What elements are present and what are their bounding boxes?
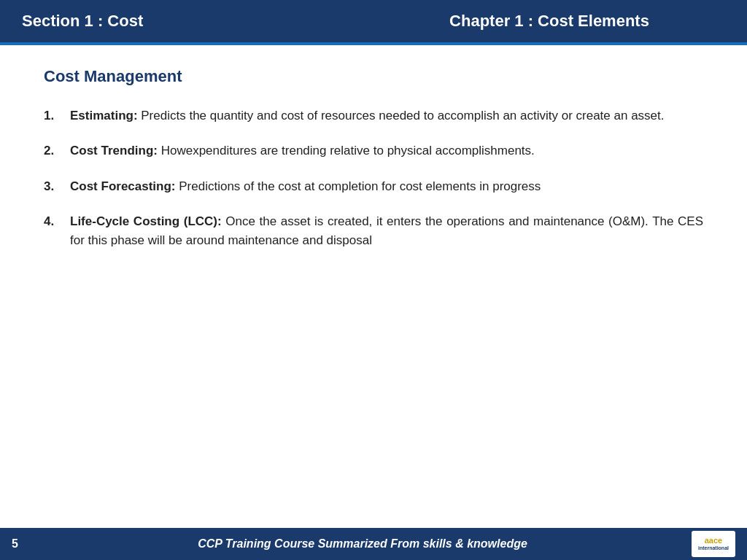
item-label: Estimating: <box>70 109 138 122</box>
header-section: Section 1 : Cost <box>22 12 374 31</box>
item-body: Predicts the quantity and cost of resour… <box>138 109 665 122</box>
footer-page-number: 5 <box>12 537 34 551</box>
item-body: Howexpenditures are trending relative to… <box>158 144 535 158</box>
header-chapter: Chapter 1 : Cost Elements <box>374 12 725 31</box>
list-item: 4. Life-Cycle Costing (LCC): Once the as… <box>44 212 703 251</box>
item-label: Cost Forecasting: <box>70 179 176 193</box>
item-number: 4. <box>44 212 70 251</box>
item-list: 1. Estimating: Predicts the quantity and… <box>44 106 703 251</box>
item-text: Cost Trending: Howexpenditures are trend… <box>70 141 703 160</box>
item-text: Estimating: Predicts the quantity and co… <box>70 106 703 125</box>
item-text: Cost Forecasting: Predictions of the cos… <box>70 177 703 196</box>
item-body: Predictions of the cost at completion fo… <box>176 179 541 193</box>
list-item: 3. Cost Forecasting: Predictions of the … <box>44 177 703 196</box>
footer-logo: aace international <box>692 531 735 557</box>
list-item: 2. Cost Trending: Howexpenditures are tr… <box>44 141 703 160</box>
logo-text-top: aace <box>698 536 729 545</box>
header: Section 1 : Cost Chapter 1 : Cost Elemen… <box>0 0 747 42</box>
item-number: 1. <box>44 106 70 125</box>
footer-title: CCP Training Course Summarized From skil… <box>34 537 692 551</box>
item-number: 2. <box>44 141 70 160</box>
item-text: Life-Cycle Costing (LCC): Once the asset… <box>70 212 703 251</box>
slide-content: Cost Management 1. Estimating: Predicts … <box>0 45 747 519</box>
logo-text-bottom: international <box>698 545 729 551</box>
slide-title: Cost Management <box>44 67 703 86</box>
item-label: Life-Cycle Costing (LCC): <box>70 214 222 228</box>
item-number: 3. <box>44 177 70 196</box>
footer: 5 CCP Training Course Summarized From sk… <box>0 528 747 560</box>
item-label: Cost Trending: <box>70 144 158 158</box>
list-item: 1. Estimating: Predicts the quantity and… <box>44 106 703 125</box>
